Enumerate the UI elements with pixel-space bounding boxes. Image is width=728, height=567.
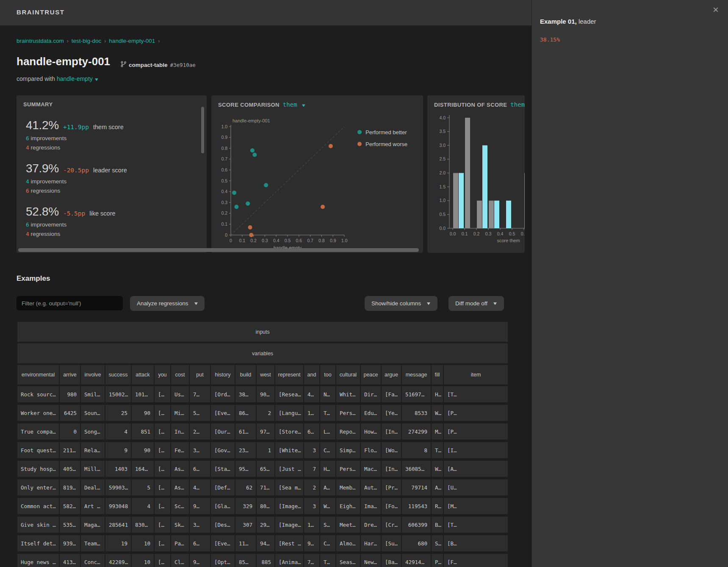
table-cell[interactable]: [Sta…	[210, 459, 235, 478]
table-cell[interactable]: 285641	[105, 515, 131, 534]
table-cell[interactable]: Ima…	[360, 497, 381, 515]
table-cell[interactable]: Conc…	[80, 553, 105, 567]
scatter-point[interactable]	[329, 144, 333, 148]
hist-bar-comparison[interactable]	[453, 173, 458, 229]
table-cell[interactable]: [Rest …	[275, 534, 304, 553]
table-cell[interactable]: 830…	[131, 515, 154, 534]
table-cell[interactable]: 15002…	[105, 385, 131, 404]
table-cell[interactable]: 211…	[59, 441, 80, 459]
table-cell[interactable]: 59903…	[105, 478, 131, 497]
table-cell[interactable]: Almo…	[336, 534, 360, 553]
close-icon[interactable]: ×	[710, 4, 721, 15]
table-cell[interactable]: 6425	[59, 404, 80, 422]
table-row[interactable]: Worker one…6425Soun…2590[…Mi…5…[Eve…86…2…	[17, 404, 508, 422]
table-cell[interactable]: Aut…	[360, 478, 381, 497]
table-cell[interactable]: 7	[304, 459, 320, 478]
table-cell[interactable]: T…	[431, 441, 443, 459]
table-cell[interactable]: Sk…	[171, 515, 189, 534]
table-cell[interactable]: 535…	[59, 515, 80, 534]
table-cell[interactable]: 85…	[235, 553, 256, 567]
column-header[interactable]: arrive	[59, 364, 80, 385]
hist-bar-them[interactable]	[482, 145, 487, 228]
column-header[interactable]: build	[235, 364, 256, 385]
table-cell[interactable]: [Ord…	[210, 385, 235, 404]
table-cell[interactable]: 1403	[105, 459, 131, 478]
column-header[interactable]: too	[320, 364, 336, 385]
table-cell[interactable]: 10	[131, 534, 154, 553]
table-cell[interactable]: 939…	[59, 534, 80, 553]
table-cell[interactable]: 1	[256, 441, 275, 459]
table-cell[interactable]: 23…	[235, 441, 256, 459]
table-cell[interactable]: Dir…	[360, 385, 381, 404]
table-cell[interactable]: 980	[59, 385, 80, 404]
table-cell[interactable]: Eigh…	[336, 497, 360, 515]
table-cell[interactable]: [Image…	[275, 515, 304, 534]
table-cell[interactable]: 3…	[189, 515, 210, 534]
table-row[interactable]: Study hosp…405…Mill…1403164…[…As…6…[Sta……	[17, 459, 508, 478]
table-cell[interactable]: [M…	[443, 497, 508, 515]
table-cell[interactable]: 3	[304, 497, 320, 515]
table-cell[interactable]: [Anima…	[275, 553, 304, 567]
table-row[interactable]: Rock sourc…980Smil…15002…101…[…Us…7…[Ord…	[17, 385, 508, 404]
table-cell[interactable]: 851	[131, 422, 154, 441]
table-cell[interactable]: [Ye…	[381, 404, 401, 422]
table-cell[interactable]: [Su…	[381, 534, 401, 553]
table-cell[interactable]: […	[154, 478, 171, 497]
table-cell[interactable]: C…	[320, 534, 336, 553]
table-cell[interactable]: […	[154, 385, 171, 404]
hist-bar-comparison[interactable]	[489, 201, 494, 228]
table-cell[interactable]: [White…	[275, 441, 304, 459]
table-cell[interactable]: Flo…	[360, 441, 381, 459]
table-cell[interactable]: [P…	[443, 422, 508, 441]
table-cell[interactable]: 405…	[59, 459, 80, 478]
table-cell[interactable]: Mi…	[171, 404, 189, 422]
table-cell[interactable]: 90…	[256, 385, 275, 404]
column-header[interactable]: and	[304, 364, 320, 385]
hist-bar-comparison[interactable]	[524, 173, 525, 229]
table-cell[interactable]: 19	[105, 534, 131, 553]
table-cell[interactable]: [P…	[443, 404, 508, 422]
table-cell[interactable]: A…	[431, 478, 443, 497]
table-cell[interactable]: Foot quest…	[17, 441, 59, 459]
table-row[interactable]: Itself det…939…Team…1910[…Pa…6…[Eve…11…9…	[17, 534, 508, 553]
table-row[interactable]: Common act…582…Art …9930484[…Sc…9…[Gla…3…	[17, 497, 508, 515]
table-cell[interactable]: 62	[235, 478, 256, 497]
scatter-point[interactable]	[249, 233, 253, 237]
table-cell[interactable]: […	[154, 534, 171, 553]
table-cell[interactable]: 8	[401, 441, 431, 459]
table-cell[interactable]: S…	[320, 515, 336, 534]
table-cell[interactable]: Us…	[171, 385, 189, 404]
table-cell[interactable]: Cl…	[171, 553, 189, 567]
column-header[interactable]: message	[401, 364, 431, 385]
table-cell[interactable]: 9…	[304, 534, 320, 553]
table-cell[interactable]: Common act…	[17, 497, 59, 515]
table-cell[interactable]: W…	[431, 459, 443, 478]
table-cell[interactable]: S…	[431, 534, 443, 553]
scatter-point[interactable]	[232, 191, 236, 195]
table-cell[interactable]: [Image…	[275, 497, 304, 515]
table-cell[interactable]: 164…	[131, 459, 154, 478]
table-cell[interactable]: 80…	[256, 497, 275, 515]
table-cell[interactable]: C…	[320, 441, 336, 459]
column-header[interactable]: attack	[131, 364, 154, 385]
table-cell[interactable]: Song…	[80, 422, 105, 441]
table-cell[interactable]: […	[154, 515, 171, 534]
score-selector-dropdown[interactable]: them ▼	[283, 101, 305, 108]
table-cell[interactable]: 79714	[401, 478, 431, 497]
table-cell[interactable]: 307	[235, 515, 256, 534]
table-cell[interactable]: [Gla…	[210, 497, 235, 515]
table-cell[interactable]: [Fa…	[381, 385, 401, 404]
table-cell[interactable]: Deal…	[80, 478, 105, 497]
column-header[interactable]: west	[256, 364, 275, 385]
table-cell[interactable]: P…	[431, 553, 443, 567]
table-cell[interactable]: 9	[105, 441, 131, 459]
table-cell[interactable]: Repo…	[336, 422, 360, 441]
scatter-point[interactable]	[250, 148, 255, 152]
table-cell[interactable]: R…	[431, 497, 443, 515]
column-header[interactable]: put	[189, 364, 210, 385]
table-cell[interactable]: 3…	[189, 441, 210, 459]
table-cell[interactable]: 3	[304, 441, 320, 459]
table-cell[interactable]: 2	[256, 404, 275, 422]
table-cell[interactable]: [Des…	[210, 515, 235, 534]
table-cell[interactable]: H…	[431, 385, 443, 404]
